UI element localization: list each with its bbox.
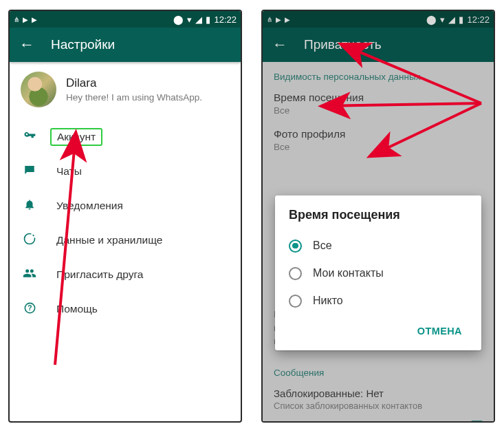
- profile-name: Dilara: [66, 76, 202, 90]
- page-title: Настройки: [51, 37, 115, 52]
- android-debug-icon: ⋔: [267, 16, 272, 23]
- clock: 12:22: [467, 14, 490, 25]
- settings-item-help[interactable]: ? Помощь: [10, 292, 241, 326]
- help-icon: ?: [22, 301, 37, 317]
- battery-icon: ▮: [206, 14, 210, 25]
- android-debug-icon: ⋔: [14, 16, 19, 23]
- settings-item-data[interactable]: Данные и хранилище: [10, 223, 241, 257]
- play-icon: ▶: [285, 16, 290, 23]
- location-icon: ⬤: [426, 14, 437, 25]
- radio-label: Никто: [313, 295, 343, 307]
- status-bar: ⋔ ▶ ▶ ⬤ ▾ ◢ ▮ 12:22: [10, 11, 241, 28]
- settings-item-label: Чаты: [56, 165, 82, 178]
- play-icon: ▶: [276, 16, 281, 23]
- data-icon: [22, 232, 37, 248]
- dialog-title: Время посещения: [289, 208, 474, 222]
- settings-item-invite[interactable]: Пригласить друга: [10, 257, 241, 292]
- radio-label: Мои контакты: [313, 267, 384, 279]
- settings-item-chats[interactable]: Чаты: [10, 154, 241, 189]
- signal-icon: ◢: [195, 14, 202, 25]
- settings-item-label: Данные и хранилище: [56, 234, 162, 246]
- profile-status: Hey there! I am using WhatsApp.: [66, 92, 202, 103]
- radio-label: Все: [313, 240, 332, 252]
- play-icon: ▶: [23, 16, 28, 23]
- invite-icon: [22, 266, 37, 283]
- chat-icon: [22, 164, 37, 179]
- app-bar: ← Настройки: [10, 28, 241, 62]
- svg-text:?: ?: [28, 304, 32, 312]
- settings-item-notifications[interactable]: Уведомления: [10, 189, 241, 223]
- settings-item-label: Помощь: [56, 303, 98, 315]
- avatar: [21, 72, 56, 107]
- play-icon: ▶: [32, 16, 37, 23]
- app-bar: ← Приватность: [263, 28, 494, 62]
- profile-row[interactable]: Dilara Hey there! I am using WhatsApp.: [10, 62, 241, 120]
- key-icon: [22, 129, 37, 145]
- radio-icon: [289, 267, 302, 280]
- settings-item-label: Пригласить друга: [56, 268, 143, 281]
- radio-option-everyone[interactable]: Все: [289, 232, 474, 259]
- wifi-icon: ▾: [187, 14, 192, 25]
- radio-option-contacts[interactable]: Мои контакты: [289, 259, 474, 287]
- status-bar: ⋔ ▶ ▶ ⬤ ▾ ◢ ▮ 12:22: [263, 11, 494, 28]
- wifi-icon: ▾: [440, 14, 445, 25]
- settings-item-label: Аккаунт: [50, 128, 102, 146]
- page-title: Приватность: [304, 37, 382, 52]
- radio-icon: [289, 240, 302, 253]
- settings-item-account[interactable]: Аккаунт: [10, 120, 241, 154]
- dialog-lastseen: Время посещения Все Мои контакты Никто О…: [275, 195, 481, 350]
- battery-icon: ▮: [459, 14, 463, 25]
- bell-icon: [22, 198, 37, 213]
- back-arrow-icon[interactable]: ←: [19, 37, 34, 52]
- settings-item-label: Уведомления: [56, 200, 123, 212]
- clock: 12:22: [214, 14, 237, 25]
- location-icon: ⬤: [173, 14, 184, 25]
- radio-icon: [289, 295, 302, 308]
- cancel-button[interactable]: ОТМЕНА: [412, 320, 468, 342]
- back-arrow-icon[interactable]: ←: [272, 37, 287, 52]
- radio-option-nobody[interactable]: Никто: [289, 287, 474, 315]
- signal-icon: ◢: [448, 14, 455, 25]
